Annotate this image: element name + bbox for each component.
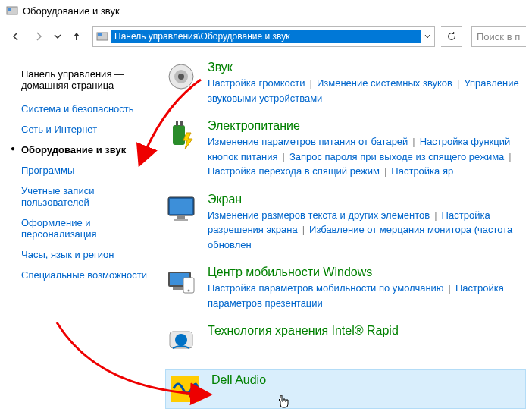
recent-dropdown[interactable] — [52, 27, 64, 46]
category-link[interactable]: Запрос пароля при выходе из спящего режи… — [289, 151, 504, 162]
up-button[interactable] — [67, 27, 86, 46]
sidebar-item[interactable]: Оформление и персонализация — [21, 212, 158, 244]
category-link[interactable]: Настройка перехода в спящий режим — [208, 165, 380, 177]
category: ЭлектропитаниеИзменение параметров питан… — [165, 119, 526, 179]
forward-button[interactable] — [29, 27, 49, 46]
category-link[interactable]: Изменение системных звуков — [317, 77, 452, 89]
category-title[interactable]: Экран — [208, 193, 526, 206]
category-link[interactable]: Настройка яр — [391, 165, 453, 177]
address-bar[interactable]: Панель управления\Оборудование и звук — [92, 26, 435, 47]
search-input[interactable]: Поиск в п — [471, 26, 526, 47]
sidebar-item[interactable]: Учетные записи пользователей — [21, 181, 158, 212]
category-link[interactable]: Изменение параметров питания от батарей — [208, 136, 408, 147]
categories-panel: ЗвукНастройка громкости|Изменение систем… — [158, 55, 526, 415]
category-link[interactable]: Настройка параметров мобильности по умол… — [208, 282, 444, 294]
category: ЭкранИзменение размеров текста и других … — [165, 193, 526, 253]
svg-point-18 — [188, 290, 190, 292]
mobility-icon — [165, 266, 197, 297]
monitor-icon — [165, 193, 197, 225]
category: Dell Audio — [165, 369, 526, 409]
window-title: Оборудование и звук — [23, 5, 120, 17]
svg-point-20 — [175, 334, 187, 346]
category: Технология хранения Intel® Rapid — [165, 324, 526, 356]
power-icon — [165, 119, 197, 151]
category-link[interactable]: Настройка громкости — [208, 77, 305, 89]
sidebar-home-link[interactable]: Панель управления — домашняя страница — [21, 65, 158, 94]
sidebar: Панель управления — домашняя страница Си… — [6, 55, 158, 415]
category: ЗвукНастройка громкости|Изменение систем… — [165, 61, 526, 105]
category-title[interactable]: Технология хранения Intel® Rapid — [208, 324, 526, 338]
speaker-icon — [165, 61, 197, 93]
sidebar-item[interactable]: Программы — [21, 160, 158, 181]
svg-rect-1 — [8, 8, 11, 11]
refresh-button[interactable] — [441, 26, 462, 47]
address-dropdown[interactable] — [421, 27, 434, 46]
svg-rect-11 — [170, 199, 192, 214]
intel-rapid-icon — [165, 324, 197, 356]
category-link[interactable]: Изменение размеров текста и других элеме… — [208, 209, 430, 221]
svg-rect-8 — [176, 121, 178, 126]
nav-toolbar: Панель управления\Оборудование и звук По… — [0, 21, 532, 55]
sidebar-item[interactable]: Система и безопасность — [21, 99, 158, 119]
dell-audio-icon — [169, 373, 201, 405]
address-path[interactable]: Панель управления\Оборудование и звук — [111, 30, 421, 43]
svg-point-6 — [178, 74, 184, 80]
sidebar-item[interactable]: Сеть и Интернет — [21, 119, 158, 140]
back-button[interactable] — [6, 27, 26, 46]
svg-rect-21 — [171, 376, 199, 402]
category-title[interactable]: Звук — [208, 61, 526, 74]
control-panel-icon — [6, 5, 18, 17]
sidebar-item[interactable]: Часы, язык и регион — [21, 244, 158, 265]
category-title[interactable]: Центр мобильности Windows — [208, 266, 526, 279]
svg-rect-9 — [180, 121, 183, 126]
svg-rect-12 — [177, 215, 185, 219]
sidebar-item[interactable]: Специальные возможности — [21, 265, 158, 285]
category-title[interactable]: Электропитание — [208, 119, 526, 133]
control-panel-icon — [96, 30, 108, 42]
sidebar-item[interactable]: Оборудование и звук — [21, 140, 158, 160]
svg-rect-7 — [173, 125, 185, 145]
svg-rect-3 — [98, 33, 102, 36]
category-title[interactable]: Dell Audio — [211, 373, 522, 387]
category: Центр мобильности WindowsНастройка парам… — [165, 266, 526, 310]
svg-rect-13 — [174, 219, 188, 221]
titlebar: Оборудование и звук — [0, 0, 532, 21]
